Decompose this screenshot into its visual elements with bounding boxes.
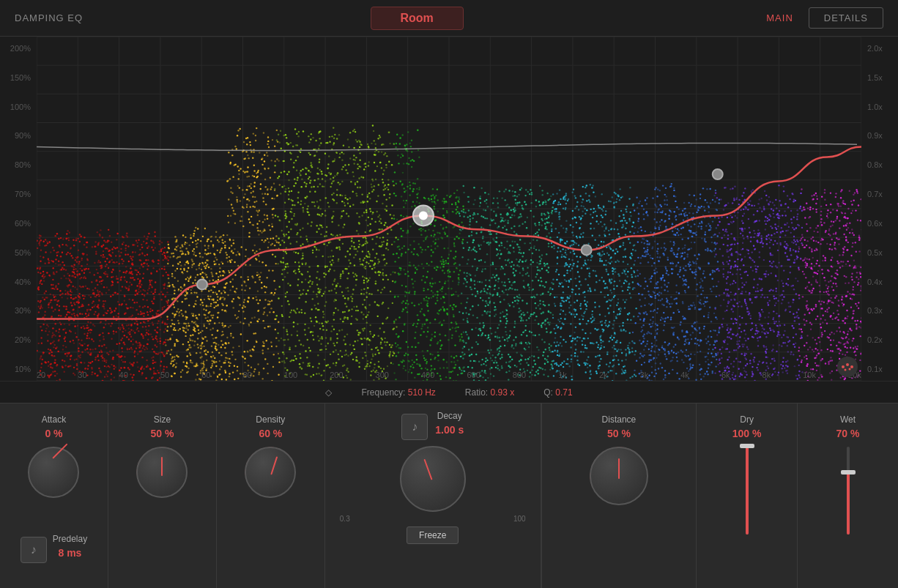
x-label-300: 300 [376,371,389,379]
density-label: Density [256,414,285,425]
header: DAMPING EQ Room MAIN DETAILS [0,0,898,37]
y-label-150: 150% [0,73,37,82]
y-label-r-07: 0.7x [861,190,898,198]
wet-section: Wet 70 % [798,403,898,588]
x-label-200: 200 [330,371,343,379]
svg-point-7 [850,365,853,368]
y-label-r-2: 2.0x [861,44,898,53]
density-knob[interactable] [245,447,296,498]
freeze-button[interactable]: Freeze [407,526,459,544]
size-knob[interactable] [136,447,188,498]
eq-display: 200% 150% 100% 90% 80% 70% 60% 50% 40% 3… [0,37,898,403]
size-knob-indicator [161,457,163,476]
x-label-100: 100 [284,371,297,379]
tab-group: MAIN DETAILS [751,7,883,29]
y-label-r-08: 0.8x [861,160,898,169]
svg-point-8 [845,369,847,371]
x-label-60: 60 [201,371,210,379]
x-axis-labels: 20 30 40 50 60 80 100 200 300 400 600 80… [37,371,861,379]
predelay-label: Predelay [53,534,87,544]
y-label-r-03: 0.3x [861,306,898,315]
dry-slider-handle[interactable] [740,444,754,448]
dry-value: 100 % [732,428,762,439]
wet-slider-track[interactable] [847,447,850,535]
preset-display[interactable]: Room [371,7,464,30]
decay-note-button[interactable]: ♪ [401,414,428,440]
dots-icon [841,360,854,373]
y-label-30: 30% [0,306,37,315]
y-label-200: 200% [0,44,37,53]
tab-main[interactable]: MAIN [751,7,809,29]
wet-slider-handle[interactable] [841,470,856,475]
plugin-title: DAMPING EQ [15,12,83,23]
decay-section: ♪ Decay 1.00 s 0.3 100 Freeze [325,403,541,588]
density-knob-container [245,447,296,498]
x-label-400: 400 [421,371,434,379]
diamond-icon: ◇ [325,387,332,398]
y-label-r-04: 0.4x [861,278,898,286]
decay-max: 100 [513,515,526,523]
svg-point-5 [842,365,845,368]
size-knob-container [136,447,188,498]
dry-section: Dry 100 % [697,403,798,588]
y-label-100: 100% [0,103,37,111]
decay-range: 0.3 100 [340,515,526,523]
y-label-r-06: 0.6x [861,219,898,228]
decay-label: Decay [435,411,464,421]
dry-label: Dry [740,414,754,425]
x-label-40: 40 [119,371,128,379]
y-label-r-02: 0.2x [861,335,898,344]
size-value: 50 % [150,428,174,439]
y-label-20: 20% [0,335,37,344]
svg-point-6 [846,363,849,366]
x-label-600: 600 [467,371,480,379]
frequency-display: Frequency: 510 Hz [361,387,435,398]
x-label-1k: 1k [558,371,567,379]
wet-slider-container [847,447,850,535]
x-label-6k: 6k [721,371,730,379]
decay-knob-container [400,446,466,512]
y-label-10: 10% [0,365,37,373]
x-label-2k: 2k [599,371,608,379]
spectrum-dots-button[interactable] [837,357,858,377]
attack-section: Attack 0 % ♪ Predelay 8 ms [0,403,108,588]
density-section: Density 60 % [217,403,325,588]
decay-min: 0.3 [340,515,350,523]
wet-slider-fill [847,473,850,535]
attack-knob-container [28,447,79,498]
ratio-display: Ratio: 0.93 x [465,387,514,398]
distance-label: Distance [602,414,637,425]
decay-value: 1.00 s [435,424,464,436]
y-label-60: 60% [0,219,37,228]
preset-name: Room [401,12,434,24]
frequency-value: 510 Hz [408,387,436,398]
predelay-note-button[interactable]: ♪ [21,537,47,563]
decay-knob[interactable] [400,446,466,512]
y-label-r-09: 0.9x [861,131,898,140]
attack-knob[interactable] [28,447,79,498]
y-label-r-05: 0.5x [861,248,898,257]
controls-panel: Attack 0 % ♪ Predelay 8 ms Size 50 % [0,403,898,588]
distance-knob[interactable] [590,447,648,505]
y-label-90: 90% [0,131,37,140]
size-section: Size 50 % [108,403,217,588]
density-value: 60 % [259,428,282,439]
dry-slider-fill [746,447,749,535]
distance-knob-container [590,447,648,505]
y-axis-left: 200% 150% 100% 90% 80% 70% 60% 50% 40% 3… [0,37,37,381]
distance-section: Distance 50 % [541,403,697,588]
dry-slider-track[interactable] [746,447,749,535]
x-label-50: 50 [160,371,169,379]
x-label-8k: 8k [762,371,771,379]
q-display: Q: 0.71 [543,387,572,398]
y-label-80: 80% [0,160,37,169]
spectrum-area[interactable] [37,37,861,381]
spectrum-canvas [37,37,861,381]
tab-details[interactable]: DETAILS [809,7,883,29]
x-label-80: 80 [242,371,251,379]
svg-point-9 [849,368,851,371]
y-label-40: 40% [0,278,37,286]
distance-knob-indicator [618,458,620,479]
attack-value: 0 % [45,428,62,439]
y-label-r-01: 0.1x [861,365,898,373]
